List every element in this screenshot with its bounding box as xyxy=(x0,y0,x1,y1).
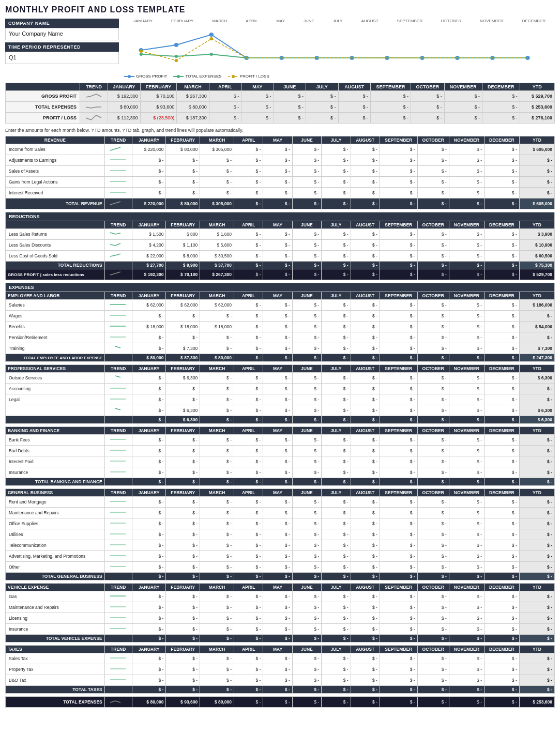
telecom-row: Telecommunication $ -$ -$ - $ -$ -$ - $ … xyxy=(6,540,555,551)
wages-row: Wages $ -$ -$ - $ -$ -$ - $ -$ -$ - $ -$… xyxy=(6,311,555,322)
total-revenue-row: TOTAL REVENUE $ 220,000 $ 80,000 $ 305,0… xyxy=(6,198,555,209)
licensing-row: Licensing $ -$ -$ - $ -$ -$ - $ -$ -$ - … xyxy=(6,613,555,624)
svg-point-12 xyxy=(140,53,143,56)
gross-profit-trend xyxy=(80,91,108,102)
profit-loss-feb: $ (23,500) xyxy=(140,113,176,124)
gross-profit-sep: $ - xyxy=(370,91,411,102)
bad-debts-row: Bad Debts $ -$ -$ - $ -$ -$ - $ -$ -$ - … xyxy=(6,446,555,456)
col-mar-header: MARCH xyxy=(200,136,234,144)
interest-paid-row: Interest Paid $ -$ -$ - $ -$ -$ - $ -$ -… xyxy=(6,456,555,467)
income-feb[interactable]: $ 80,000 xyxy=(166,144,200,155)
summary-col-ytd: YTD xyxy=(520,83,554,91)
income-oct[interactable]: $ - xyxy=(417,144,449,155)
col-dec-header: DECEMBER xyxy=(485,136,520,144)
income-from-sales-label: Income from Sales xyxy=(6,144,105,155)
gross-profit-sales-label: GROSS PROFIT | sales less reductions xyxy=(6,269,105,280)
bando-tax-row: B&O Tax $ -$ -$ - $ -$ -$ - $ -$ -$ - $ … xyxy=(6,675,555,686)
income-from-sales-row: Income from Sales $ 220,000 $ 80,000 $ 3… xyxy=(6,144,555,155)
other-general-row: Other $ -$ -$ - $ -$ -$ - $ -$ -$ - $ -$… xyxy=(6,562,555,573)
interest-received-row: Interest Received $ -$ -$ - $ -$ -$ - $ … xyxy=(6,188,555,198)
profit-loss-trend xyxy=(80,113,108,124)
profit-loss-nov: $ - xyxy=(444,113,482,124)
general-business-header-row: GENERAL BUSINESS TREND JANUARY FEBRUARY … xyxy=(6,489,555,497)
profit-loss-oct: $ - xyxy=(411,113,445,124)
total-expenses-nov: $ - xyxy=(444,102,482,113)
company-name-value[interactable]: Your Company Name xyxy=(5,28,119,40)
summary-col-oct: OCTOBER xyxy=(411,83,445,91)
month-label: DECEMBER xyxy=(522,19,546,23)
chart-legend: GROSS PROFIT TOTAL EXPENSES PROFIT / LOS… xyxy=(124,74,555,79)
total-reductions-row: TOTAL REDUCTIONS $ 27,700 $ 9,900 $ 37,7… xyxy=(6,262,555,269)
gross-profit-jan: $ 192,300 xyxy=(108,91,141,102)
col-revenue-header: REVENUE xyxy=(6,136,105,144)
property-tax-row: Property Tax $ -$ -$ - $ -$ -$ - $ -$ -$… xyxy=(6,664,555,675)
office-supplies-row: Office Supplies $ -$ -$ - $ -$ -$ - $ -$… xyxy=(6,518,555,529)
summary-col-jun: JUNE xyxy=(274,83,306,91)
profit-loss-aug: $ - xyxy=(338,113,370,124)
income-nov[interactable]: $ - xyxy=(449,144,484,155)
total-expenses-jun: $ - xyxy=(274,102,306,113)
professional-services-header-row: PROFESSIONAL SERVICES TREND JANUARY FEBR… xyxy=(6,365,555,373)
gross-profit-feb: $ 70,100 xyxy=(140,91,176,102)
instructions-note: Enter the amounts for each month below. … xyxy=(5,128,555,133)
col-jul-header: JULY xyxy=(322,136,351,144)
gains-legal-row: Gains from Legal Actions $ -$ -$ - $ -$ … xyxy=(6,177,555,188)
adjustments-label: Adjustments to Earnings xyxy=(6,155,105,166)
advertising-row: Advertising, Marketing, and Promotions $… xyxy=(6,551,555,562)
income-from-sales-trend xyxy=(104,144,132,155)
summary-col-empty xyxy=(6,83,80,91)
taxes-header-row: TAXES TREND JANUARY FEBRUARY MARCH APRIL… xyxy=(6,646,555,653)
income-jul[interactable]: $ - xyxy=(322,144,351,155)
summary-col-sep: SEPTEMBER xyxy=(370,83,411,91)
summary-col-feb: FEBRUARY xyxy=(140,83,176,91)
total-expenses-final-row: TOTAL EXPENSES $ 80,000 $ 93,600 $ 80,00… xyxy=(6,697,555,708)
income-may[interactable]: $ - xyxy=(263,144,292,155)
col-ytd-header: YTD xyxy=(519,136,554,144)
time-period-value[interactable]: Q1 xyxy=(5,52,119,64)
total-expenses-mar: $ 80,000 xyxy=(177,102,209,113)
svg-point-1 xyxy=(174,43,178,47)
income-ytd: $ 605,000 xyxy=(519,144,554,155)
income-jan[interactable]: $ 220,000 xyxy=(132,144,166,155)
bank-fees-row: Bank Fees $ -$ -$ - $ -$ -$ - $ -$ -$ - … xyxy=(6,435,555,446)
profit-loss-mar: $ 187,300 xyxy=(177,113,209,124)
col-aug-header: AUGUST xyxy=(351,136,380,144)
summary-profit-loss-row: PROFIT / LOSS $ 112,300 $ (23,500) $ 187… xyxy=(6,113,555,124)
month-label: MAY xyxy=(276,19,285,23)
income-jun[interactable]: $ - xyxy=(292,144,321,155)
total-expenses-sep: $ - xyxy=(370,102,411,113)
income-apr[interactable]: $ - xyxy=(234,144,263,155)
taxes-header: TAXES xyxy=(6,646,105,653)
legend-total-expenses: TOTAL EXPENSES xyxy=(185,74,221,79)
total-general-business-label: TOTAL GENERAL BUSINESS xyxy=(6,573,105,580)
income-sep[interactable]: $ - xyxy=(380,144,417,155)
outside-services-row: Outside Services $ -$ 6,300$ - $ -$ -$ -… xyxy=(6,373,555,384)
vehicle-maintenance-row: Maintenance and Repairs $ -$ -$ - $ -$ -… xyxy=(6,602,555,613)
col-apr-header: APRIL xyxy=(234,136,263,144)
summary-col-apr: APRIL xyxy=(209,83,241,91)
adjustments-row: Adjustments to Earnings $ -$ -$ - $ -$ -… xyxy=(6,155,555,166)
profit-loss-chart xyxy=(124,24,555,71)
col-nov-header: NOVEMBER xyxy=(449,136,484,144)
total-expenses-final-label: TOTAL EXPENSES xyxy=(6,697,105,708)
profit-loss-may: $ - xyxy=(241,113,274,124)
summary-col-may: MAY xyxy=(241,83,274,91)
summary-col-aug: AUGUST xyxy=(338,83,370,91)
summary-col-jan: JANUARY xyxy=(108,83,141,91)
month-label: SEPTEMBER xyxy=(397,19,422,23)
total-expenses-may: $ - xyxy=(241,102,274,113)
legend-profit-loss: PROFIT / LOSS xyxy=(240,74,269,79)
vehicle-header-row: VEHICLE EXPENSE TREND JANUARY FEBRUARY M… xyxy=(6,584,555,591)
total-expenses-ytd: $ 253,600 xyxy=(520,102,554,113)
month-label: JANUARY xyxy=(133,19,153,23)
total-vehicle-row: TOTAL VEHICLE EXPENSE $ -$ -$ - $ -$ -$ … xyxy=(6,635,555,643)
income-mar[interactable]: $ 305,000 xyxy=(200,144,234,155)
svg-point-18 xyxy=(210,37,214,40)
training-row: Training $ -$ 7,300$ - $ -$ -$ - $ -$ -$… xyxy=(6,343,555,354)
profit-loss-jun: $ - xyxy=(274,113,306,124)
income-dec[interactable]: $ - xyxy=(485,144,520,155)
income-aug[interactable]: $ - xyxy=(351,144,380,155)
svg-point-14 xyxy=(210,53,214,56)
svg-point-16 xyxy=(140,50,143,53)
month-label: OCTOBER xyxy=(441,19,461,23)
